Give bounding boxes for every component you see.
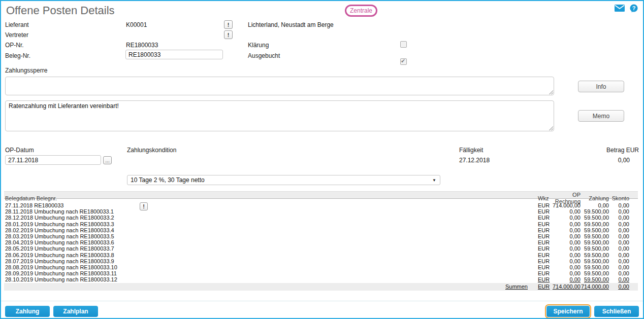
- zentrale-button[interactable]: Zentrale: [345, 5, 377, 17]
- zahlungssperre-label: Zahlungssperre: [5, 67, 47, 74]
- op-datum-label: OP-Datum: [5, 147, 34, 154]
- faelligkeit-value: 27.12.2018: [459, 157, 490, 164]
- row-wkz: EUR: [532, 276, 548, 282]
- row-beleg-text: 28.04.2019 Umbuchung nach RE1800033.6: [4, 239, 532, 245]
- row-beleg-text: 28.01.2019 Umbuchung nach RE1800033.3: [4, 221, 532, 227]
- help-icon[interactable]: ?: [630, 4, 638, 12]
- row-skonto: 0,00: [609, 233, 629, 239]
- window-toolbar: ?: [615, 4, 638, 12]
- row-wkz: EUR: [532, 252, 548, 258]
- row-beleg-text: 27.11.2018 RE1800033: [4, 202, 532, 208]
- table-row[interactable]: 28.12.2018 Umbuchung nach RE1800033.2 EU…: [4, 215, 638, 221]
- row-op-rechnung: 0,00: [548, 276, 581, 282]
- op-nr-label: OP-Nr.: [5, 42, 24, 49]
- memo-button[interactable]: Memo: [578, 110, 624, 122]
- row-beleg-text: 28.08.2019 Umbuchung nach RE1800033.10: [4, 264, 532, 270]
- row-skonto: 0,00: [609, 264, 629, 270]
- mail-icon[interactable]: [615, 5, 625, 12]
- row-skonto: 0,00: [609, 252, 629, 258]
- table-row[interactable]: 28.09.2019 Umbuchung nach RE1800033.11 E…: [4, 270, 638, 276]
- table-header-belegdatum: Belegdatum Belegnr.: [4, 195, 532, 202]
- row-zahlung: 59.500,00: [581, 270, 609, 276]
- vertreter-lookup-button[interactable]: !: [224, 30, 233, 39]
- table-row[interactable]: 28.11.2018 Umbuchung nach RE1800033.1 EU…: [4, 208, 638, 215]
- bemerkung1-wrapper: [5, 77, 554, 95]
- table-row[interactable]: 28.02.2019 Umbuchung nach RE1800033.4 EU…: [4, 227, 638, 233]
- row-skonto: 0,00: [609, 276, 629, 282]
- op-nr-value: RE1800033: [126, 42, 158, 49]
- row-op-rechnung: 0,00: [548, 264, 581, 270]
- offene-posten-details-window: Offene Posten Details Zentrale ? Liefera…: [0, 0, 644, 319]
- table-row[interactable]: 28.05.2019 Umbuchung nach RE1800033.7 EU…: [4, 245, 638, 252]
- speichern-button[interactable]: Speichern: [546, 306, 590, 317]
- row-zahlung: 59.500,00: [581, 221, 609, 227]
- ausgebucht-label: Ausgebucht: [248, 52, 280, 59]
- faelligkeit-label: Fälligkeit: [459, 147, 483, 154]
- op-datum-browse-button[interactable]: ...: [103, 156, 112, 164]
- table-header: Belegdatum Belegnr. Wkz OP Rechnung Zahl…: [4, 191, 638, 199]
- betrag-eur-value: 0,00: [618, 157, 630, 164]
- row-skonto: 0,00: [609, 227, 629, 233]
- row-wkz: EUR: [532, 264, 548, 270]
- row-skonto: 0,00: [609, 208, 629, 215]
- summen-zahlung: 714.000,00: [581, 283, 609, 290]
- row-wkz: EUR: [532, 270, 548, 276]
- table-row[interactable]: 28.08.2019 Umbuchung nach RE1800033.10 E…: [4, 264, 638, 270]
- row-op-rechnung: 0,00: [548, 221, 581, 227]
- table-row[interactable]: 28.06.2019 Umbuchung nach RE1800033.8 EU…: [4, 252, 638, 258]
- lieferant-value: K00001: [126, 21, 147, 28]
- row-zahlung: 59.500,00: [581, 233, 609, 239]
- row-zahlung: 59.500,00: [581, 227, 609, 233]
- table-row[interactable]: 28.07.2019 Umbuchung nach RE1800033.9 EU…: [4, 258, 638, 264]
- lieferant-lookup-button[interactable]: !: [224, 20, 233, 29]
- row-beleg-text: 28.06.2019 Umbuchung nach RE1800033.8: [4, 252, 532, 258]
- table-header-skonto: Skonto: [609, 195, 629, 202]
- op-datum-input[interactable]: [5, 155, 101, 165]
- row-wkz: EUR: [532, 208, 548, 215]
- row-zahlung: 59.500,00: [581, 258, 609, 264]
- row-op-rechnung: 0,00: [548, 252, 581, 258]
- row-zahlung: 59.500,00: [581, 239, 609, 245]
- row-zahlung: 59.500,00: [581, 245, 609, 252]
- klaerung-label: Klärung: [248, 42, 269, 49]
- row-op-rechnung: 0,00: [548, 233, 581, 239]
- bemerkung2-wrapper: Ratenzahlung mit Lieferanten vereinbart!: [5, 100, 554, 131]
- row-beleg-text: 28.05.2019 Umbuchung nach RE1800033.7: [4, 245, 532, 252]
- zahlplan-button[interactable]: Zahlplan: [53, 306, 98, 317]
- table-row[interactable]: 28.03.2019 Umbuchung nach RE1800033.5 EU…: [4, 233, 638, 239]
- zahlung-button[interactable]: Zahlung: [5, 306, 50, 317]
- table-summen-row: Summen EUR 714.000,00 714.000,00 0,00: [4, 283, 638, 291]
- table-row[interactable]: 28.01.2019 Umbuchung nach RE1800033.3 EU…: [4, 221, 638, 227]
- bemerkung1-textarea[interactable]: [5, 77, 554, 95]
- schliessen-button[interactable]: Schließen: [594, 306, 639, 317]
- info-button[interactable]: Info: [578, 81, 624, 92]
- chevron-down-icon: ▼: [432, 178, 436, 183]
- row-beleg-text: 28.10.2019 Umbuchung nach RE1800033.12: [4, 276, 532, 282]
- lieferant-label: Lieferant: [5, 21, 29, 28]
- ausgebucht-checkbox[interactable]: [400, 58, 407, 65]
- row-wkz: EUR: [532, 239, 548, 245]
- footer-divider: [1, 301, 643, 301]
- bemerkung2-textarea[interactable]: Ratenzahlung mit Lieferanten vereinbart!: [5, 100, 554, 131]
- row-skonto: 0,00: [609, 202, 629, 208]
- zahlungskondition-select[interactable]: 10 Tage 2 %, 30 Tage netto ▼: [127, 175, 440, 185]
- row-skonto: 0,00: [609, 239, 629, 245]
- row-skonto: 0,00: [609, 270, 629, 276]
- row-zahlung: 59.500,00: [581, 252, 609, 258]
- zahlungskondition-label: Zahlungskondition: [127, 147, 176, 154]
- table-row[interactable]: 28.04.2019 Umbuchung nach RE1800033.6 EU…: [4, 239, 638, 245]
- vertreter-label: Vertreter: [5, 31, 28, 39]
- row-op-rechnung: 0,00: [548, 270, 581, 276]
- zahlungskondition-value: 10 Tage 2 %, 30 Tage netto: [131, 176, 205, 184]
- row-wkz: EUR: [532, 227, 548, 233]
- row-skonto: 0,00: [609, 258, 629, 264]
- row-wkz: EUR: [532, 202, 548, 208]
- row-op-rechnung: 0,00: [548, 258, 581, 264]
- lieferant-info-text: Lichterland, Neustadt am Berge: [248, 21, 334, 28]
- beleg-nr-input[interactable]: [125, 50, 223, 59]
- klaerung-checkbox[interactable]: [400, 41, 407, 48]
- table-row[interactable]: 27.11.2018 RE1800033 EUR 714.000,00 0,00…: [4, 202, 638, 208]
- row-skonto: 0,00: [609, 215, 629, 221]
- table-row[interactable]: 28.10.2019 Umbuchung nach RE1800033.12 E…: [4, 276, 638, 282]
- row-skonto: 0,00: [609, 245, 629, 252]
